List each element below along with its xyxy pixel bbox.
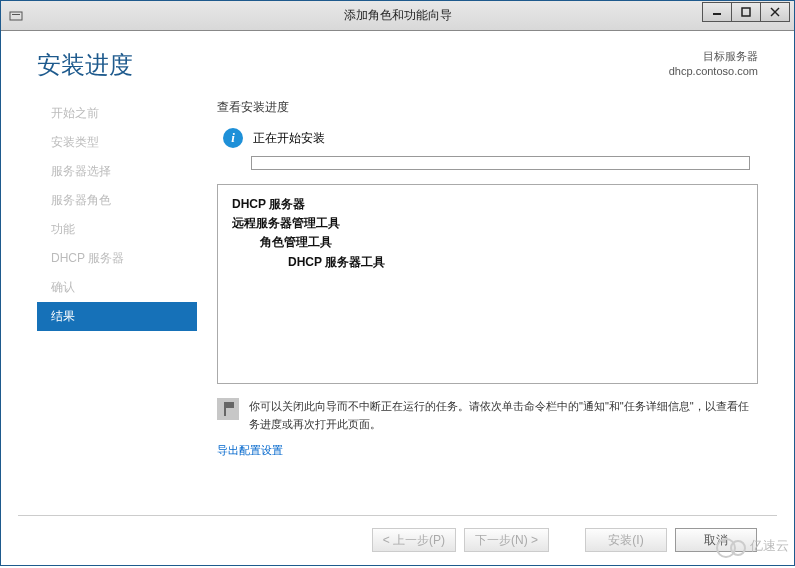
titlebar: 添加角色和功能向导 xyxy=(1,1,794,31)
prev-button: < 上一步(P) xyxy=(372,528,456,552)
button-bar: < 上一步(P) 下一步(N) > 安装(I) 取消 xyxy=(18,515,777,562)
progress-bar xyxy=(251,156,750,170)
svg-rect-3 xyxy=(742,8,750,16)
flag-icon xyxy=(217,398,239,420)
install-item: 远程服务器管理工具 xyxy=(232,214,743,233)
window-title: 添加角色和功能向导 xyxy=(344,7,452,24)
svg-rect-0 xyxy=(10,12,22,20)
maximize-button[interactable] xyxy=(731,2,761,22)
target-server-value: dhcp.contoso.com xyxy=(669,64,758,79)
note-text: 你可以关闭此向导而不中断正在运行的任务。请依次单击命令栏中的"通知"和"任务详细… xyxy=(249,398,758,433)
sidebar-item-confirm: 确认 xyxy=(37,273,197,302)
sidebar-item-before-begin: 开始之前 xyxy=(37,99,197,128)
page-title: 安装进度 xyxy=(37,49,133,81)
cancel-button[interactable]: 取消 xyxy=(675,528,757,552)
section-label: 查看安装进度 xyxy=(217,99,758,116)
install-item: 角色管理工具 xyxy=(232,233,743,252)
minimize-button[interactable] xyxy=(702,2,732,22)
install-details-box: DHCP 服务器 远程服务器管理工具 角色管理工具 DHCP 服务器工具 xyxy=(217,184,758,384)
main-panel: 查看安装进度 i 正在开始安装 DHCP 服务器 远程服务器管理工具 角色管理工… xyxy=(197,99,758,458)
status-row: i 正在开始安装 xyxy=(217,128,758,148)
status-text: 正在开始安装 xyxy=(253,130,325,147)
target-server-block: 目标服务器 dhcp.contoso.com xyxy=(669,49,758,80)
next-button: 下一步(N) > xyxy=(464,528,549,552)
install-item: DHCP 服务器 xyxy=(232,195,743,214)
sidebar-item-features: 功能 xyxy=(37,215,197,244)
close-button[interactable] xyxy=(760,2,790,22)
header: 安装进度 目标服务器 dhcp.contoso.com xyxy=(37,49,758,81)
target-server-label: 目标服务器 xyxy=(669,49,758,64)
sidebar-item-server-roles: 服务器角色 xyxy=(37,186,197,215)
export-config-link[interactable]: 导出配置设置 xyxy=(217,443,283,458)
install-item: DHCP 服务器工具 xyxy=(232,253,743,272)
info-icon: i xyxy=(223,128,243,148)
note-row: 你可以关闭此向导而不中断正在运行的任务。请依次单击命令栏中的"通知"和"任务详细… xyxy=(217,398,758,433)
wizard-sidebar: 开始之前 安装类型 服务器选择 服务器角色 功能 DHCP 服务器 确认 结果 xyxy=(37,99,197,458)
sidebar-item-install-type: 安装类型 xyxy=(37,128,197,157)
sidebar-item-server-select: 服务器选择 xyxy=(37,157,197,186)
app-icon xyxy=(7,7,25,25)
window-controls xyxy=(703,2,790,24)
install-button: 安装(I) xyxy=(585,528,667,552)
sidebar-item-results[interactable]: 结果 xyxy=(37,302,197,331)
sidebar-item-dhcp: DHCP 服务器 xyxy=(37,244,197,273)
svg-rect-1 xyxy=(12,14,20,15)
